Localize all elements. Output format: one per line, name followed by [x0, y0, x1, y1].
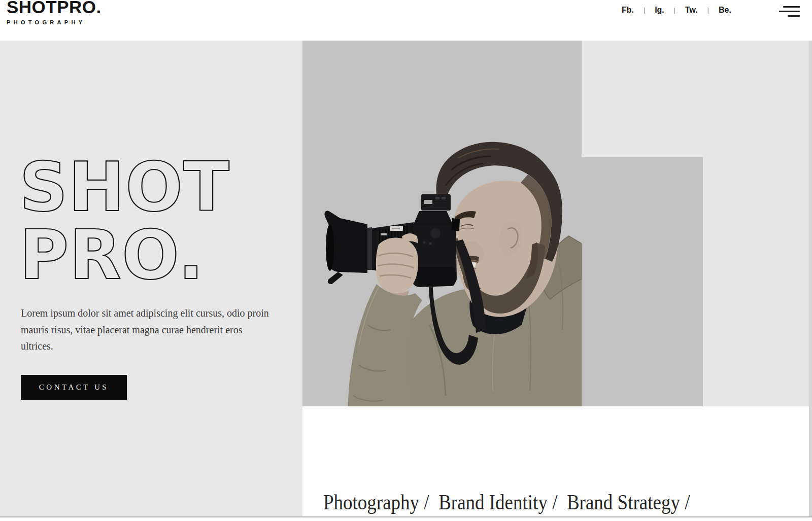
header: SHOTPRO. PHOTOGRAPHY Fb. | Ig. | Tw. | B…: [0, 0, 812, 41]
brand-tagline: PHOTOGRAPHY: [7, 19, 101, 25]
social-link-twitter[interactable]: Tw.: [685, 6, 698, 15]
services-panel: Photography / Brand Identity / Brand Str…: [302, 406, 812, 516]
hero-description: Lorem ipsum dolor sit amet adipiscing el…: [21, 305, 270, 355]
hero-right-area: Photography / Brand Identity / Brand Str…: [302, 41, 812, 516]
nav-separator: |: [707, 7, 709, 14]
photographer-photo: [302, 41, 582, 406]
page-right-edge: [809, 41, 812, 516]
social-link-behance[interactable]: Be.: [719, 6, 731, 15]
hero-title-line2: PRO.: [19, 221, 230, 289]
services-line-1: Photography / Brand Identity / Brand Str…: [323, 489, 705, 517]
brand-logo[interactable]: SHOTPRO. PHOTOGRAPHY: [7, 0, 101, 25]
hero-title: SHOT PRO.: [19, 153, 230, 289]
hamburger-icon: [779, 4, 801, 18]
menu-button[interactable]: [779, 4, 801, 18]
nav-separator: |: [644, 7, 645, 14]
hero-left-panel: SHOT PRO. Lorem ipsum dolor sit amet adi…: [0, 41, 302, 516]
social-link-instagram[interactable]: Ig.: [655, 6, 664, 15]
photo-background-extension: [582, 157, 703, 406]
contact-us-button[interactable]: CONTACT US: [21, 375, 127, 400]
social-nav: Fb. | Ig. | Tw. | Be.: [622, 6, 731, 15]
nav-separator: |: [674, 7, 675, 14]
hero-title-line1: SHOT: [19, 153, 230, 221]
photographer-illustration: [302, 41, 582, 406]
page: SHOTPRO. PHOTOGRAPHY Fb. | Ig. | Tw. | B…: [0, 0, 812, 521]
page-bottom-divider: [0, 516, 812, 517]
services-list: Photography / Brand Identity / Brand Str…: [323, 432, 705, 521]
brand-name: SHOTPRO.: [7, 0, 101, 16]
social-link-facebook[interactable]: Fb.: [622, 6, 634, 15]
